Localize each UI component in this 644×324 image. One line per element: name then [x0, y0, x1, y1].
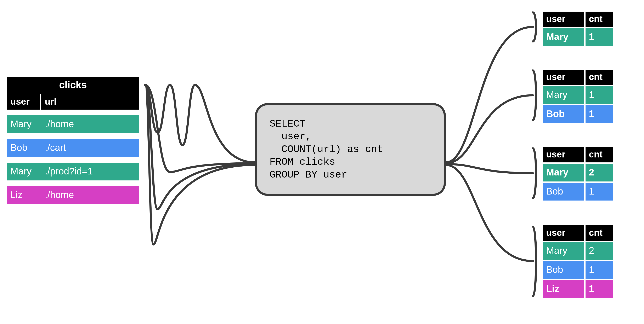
input-row-0: Mary ./home — [7, 115, 139, 133]
output-1-headers: user cnt — [543, 11, 613, 27]
output-3-row-0-user: Mary — [543, 164, 584, 181]
output-2-header-user: user — [543, 70, 584, 85]
input-table-title: clicks — [7, 77, 139, 94]
output-4-row-0-cnt: 2 — [586, 242, 613, 260]
output-1-row-0-user: Mary — [543, 28, 584, 46]
output-4-row-2: Liz 1 — [543, 280, 613, 298]
input-row-0-url: ./home — [41, 115, 139, 133]
sql-query-text: SELECT user, COUNT(url) as cnt FROM clic… — [270, 118, 436, 181]
input-row-1-url: ./cart — [41, 139, 139, 157]
input-header-user: user — [7, 94, 40, 110]
output-4-headers: user cnt — [543, 225, 613, 241]
output-snapshot-2: user cnt Mary 1 Bob 1 — [543, 70, 613, 123]
output-4-header-cnt: cnt — [586, 225, 613, 241]
output-4-row-1-user: Bob — [543, 261, 584, 279]
input-row-3-url: ./home — [41, 186, 139, 204]
input-row-0-user: Mary — [7, 115, 40, 133]
output-1-header-cnt: cnt — [586, 11, 613, 27]
output-3-header-cnt: cnt — [586, 147, 613, 162]
output-snapshot-4: user cnt Mary 2 Bob 1 Liz 1 — [543, 225, 613, 298]
output-4-row-0-user: Mary — [543, 242, 584, 260]
output-2-row-0-user: Mary — [543, 86, 584, 104]
output-4-row-1: Bob 1 — [543, 261, 613, 279]
output-3-headers: user cnt — [543, 147, 613, 162]
output-1-row-0: Mary 1 — [543, 28, 613, 46]
sql-query-box: SELECT user, COUNT(url) as cnt FROM clic… — [255, 103, 446, 196]
output-4-row-1-cnt: 1 — [586, 261, 613, 279]
input-row-2-url: ./prod?id=1 — [41, 163, 139, 180]
input-table-headers: user url — [7, 94, 139, 110]
output-snapshot-1: user cnt Mary 1 — [543, 11, 613, 46]
output-2-headers: user cnt — [543, 70, 613, 85]
output-1-header-user: user — [543, 11, 584, 27]
output-snapshot-3: user cnt Mary 2 Bob 1 — [543, 147, 613, 201]
output-3-row-0-cnt: 2 — [586, 164, 613, 181]
input-row-3: Liz ./home — [7, 186, 139, 204]
output-4-row-2-user: Liz — [543, 280, 584, 298]
output-4-row-2-cnt: 1 — [586, 280, 613, 298]
output-2-header-cnt: cnt — [586, 70, 613, 85]
output-4-row-0: Mary 2 — [543, 242, 613, 260]
input-row-2-user: Mary — [7, 163, 40, 180]
output-3-row-1-user: Bob — [543, 183, 584, 201]
input-row-1: Bob ./cart — [7, 139, 139, 157]
input-table-clicks: clicks user url Mary ./home Bob ./cart M… — [7, 77, 139, 204]
output-2-row-0: Mary 1 — [543, 86, 613, 104]
output-2-row-1: Bob 1 — [543, 105, 613, 123]
diagram-stage: clicks user url Mary ./home Bob ./cart M… — [0, 0, 644, 324]
output-2-row-0-cnt: 1 — [586, 86, 613, 104]
input-row-3-user: Liz — [7, 186, 40, 204]
output-3-row-1: Bob 1 — [543, 183, 613, 201]
output-1-row-0-cnt: 1 — [586, 28, 613, 46]
output-2-row-1-user: Bob — [543, 105, 584, 123]
output-3-header-user: user — [543, 147, 584, 162]
output-2-row-1-cnt: 1 — [586, 105, 613, 123]
input-row-1-user: Bob — [7, 139, 40, 157]
output-3-row-0: Mary 2 — [543, 164, 613, 181]
output-3-row-1-cnt: 1 — [586, 183, 613, 201]
output-4-header-user: user — [543, 225, 584, 241]
input-row-2: Mary ./prod?id=1 — [7, 163, 139, 180]
input-header-url: url — [41, 94, 139, 110]
